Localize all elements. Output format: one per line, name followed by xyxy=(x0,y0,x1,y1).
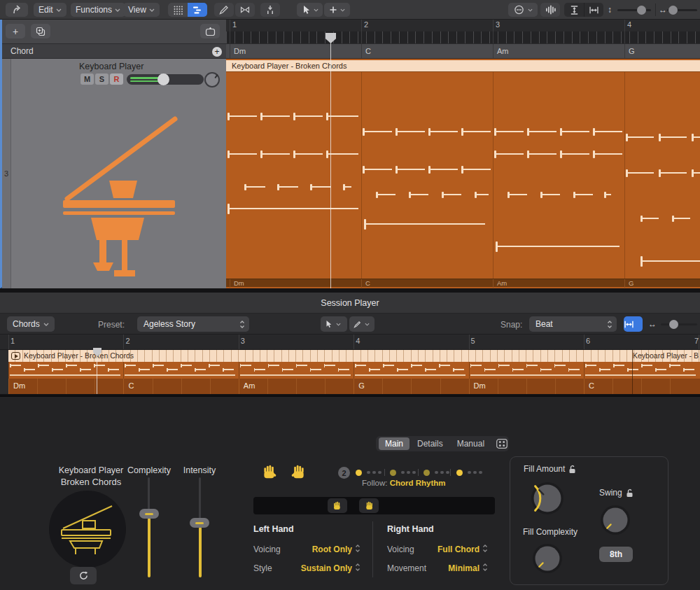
lock-open-icon[interactable] xyxy=(568,465,576,474)
tab-details[interactable]: Details xyxy=(411,437,449,450)
piano-roll-ruler[interactable]: 1234 xyxy=(226,20,700,43)
midi-note[interactable] xyxy=(692,134,700,141)
lh-style-value[interactable]: Sustain Only xyxy=(272,563,352,573)
lock-open-icon[interactable] xyxy=(626,489,634,498)
pencil-tool-button[interactable] xyxy=(214,3,234,17)
add-chord-button[interactable]: + xyxy=(212,47,222,57)
vertical-auto-zoom-button[interactable] xyxy=(564,3,584,17)
back-button[interactable] xyxy=(6,3,28,17)
piano-roll-canvas[interactable]: Keyboard Player - Broken Chords DmCAmG xyxy=(226,59,700,288)
left-hand-icon[interactable] xyxy=(262,464,278,481)
midi-note[interactable] xyxy=(260,150,290,158)
midi-note[interactable] xyxy=(396,128,425,136)
midi-note[interactable] xyxy=(659,134,687,141)
track-number-strip[interactable]: 3 xyxy=(2,59,11,288)
midi-note[interactable] xyxy=(672,216,690,222)
midi-note[interactable] xyxy=(364,219,485,230)
grid-view-button[interactable] xyxy=(168,3,188,17)
midi-note[interactable] xyxy=(494,128,524,136)
session-region-notes[interactable] xyxy=(8,362,700,379)
midi-note[interactable] xyxy=(593,150,622,158)
catch-playhead-button[interactable] xyxy=(624,316,643,332)
left-click-tool-menu[interactable] xyxy=(297,3,323,17)
session-zoom-slider[interactable] xyxy=(661,323,697,325)
up-down-chevrons-icon[interactable] xyxy=(355,544,360,553)
midi-note[interactable] xyxy=(626,169,654,177)
midi-note[interactable] xyxy=(659,169,687,177)
command-click-tool-menu[interactable] xyxy=(324,3,350,17)
chord-cell[interactable]: C xyxy=(361,44,493,59)
solo-button[interactable]: S xyxy=(95,73,108,85)
midi-note[interactable] xyxy=(260,113,290,120)
midi-note[interactable] xyxy=(310,184,331,190)
midi-note[interactable] xyxy=(376,192,396,198)
rh-movement-value[interactable]: Minimal xyxy=(399,563,479,573)
volume-slider[interactable] xyxy=(127,74,204,85)
chord-track-lane[interactable]: DmCAmG xyxy=(226,43,700,59)
swing-rate-button[interactable]: 8th xyxy=(599,547,633,562)
menu-functions[interactable]: Functions xyxy=(71,3,125,17)
midi-note[interactable] xyxy=(692,169,700,177)
session-zoom-handle[interactable] xyxy=(669,320,678,329)
complexity-slider-handle[interactable] xyxy=(139,509,159,519)
midi-note[interactable] xyxy=(363,166,392,174)
mute-button[interactable]: M xyxy=(80,73,94,85)
midi-note[interactable] xyxy=(496,241,620,252)
midi-note[interactable] xyxy=(396,166,425,174)
tab-main[interactable]: Main xyxy=(379,437,410,450)
midi-note[interactable] xyxy=(593,128,622,136)
lh-voicing-value[interactable]: Root Only xyxy=(272,545,352,554)
right-hand-icon[interactable] xyxy=(290,464,306,481)
midi-note[interactable] xyxy=(560,128,589,136)
record-enable-button[interactable]: R xyxy=(110,73,123,85)
horizontal-zoom-slider-handle[interactable] xyxy=(668,6,678,15)
fill-complexity-knob[interactable] xyxy=(529,540,566,577)
swing-knob[interactable] xyxy=(597,502,634,538)
beat-count-badge[interactable]: 2 xyxy=(338,467,350,479)
midi-note[interactable] xyxy=(475,192,489,198)
midi-note[interactable] xyxy=(227,150,257,158)
midi-note[interactable] xyxy=(461,128,491,136)
chords-menu-button[interactable]: Chords xyxy=(7,316,55,332)
midi-note[interactable] xyxy=(363,128,392,136)
follow-row[interactable]: Follow: Chord Rhythm xyxy=(362,479,446,487)
midi-note[interactable] xyxy=(640,216,659,222)
track-header[interactable]: Keyboard Player M S R xyxy=(11,59,226,288)
fill-amount-knob[interactable] xyxy=(527,478,568,519)
pan-knob[interactable] xyxy=(204,72,220,87)
region-header[interactable]: Keyboard Player - Broken Chords xyxy=(226,60,700,72)
right-hand-range-button[interactable] xyxy=(359,498,379,513)
chord-cell[interactable]: Dm xyxy=(230,44,361,59)
midi-note[interactable] xyxy=(442,192,461,198)
chord-cell[interactable]: G xyxy=(624,44,700,59)
split-tool-button[interactable] xyxy=(260,3,280,17)
midi-note[interactable] xyxy=(507,192,527,198)
menu-view[interactable]: View xyxy=(123,3,160,17)
intensity-slider-handle[interactable] xyxy=(190,518,209,528)
midi-note[interactable] xyxy=(428,128,458,136)
chord-cell[interactable]: Am xyxy=(493,44,624,59)
routing-view-button[interactable] xyxy=(492,437,512,450)
up-down-chevrons-icon[interactable] xyxy=(482,563,488,572)
join-tool-button[interactable] xyxy=(235,3,255,17)
midi-note[interactable] xyxy=(227,204,358,214)
midi-note[interactable] xyxy=(343,184,351,190)
regenerate-button[interactable] xyxy=(70,567,97,584)
session-ruler[interactable]: 1234567 xyxy=(0,335,700,350)
rh-voicing-value[interactable]: Full Chord xyxy=(399,545,479,554)
up-down-chevrons-icon[interactable] xyxy=(355,563,360,572)
midi-note[interactable] xyxy=(626,134,654,141)
midi-note[interactable] xyxy=(461,166,491,174)
midi-note[interactable] xyxy=(640,256,700,267)
midi-note[interactable] xyxy=(428,166,458,174)
volume-handle[interactable] xyxy=(158,73,169,85)
horizontal-auto-zoom-button[interactable] xyxy=(584,3,603,17)
duplicate-track-button[interactable] xyxy=(31,24,50,38)
midi-note[interactable] xyxy=(494,150,524,158)
preset-select[interactable]: Ageless Story xyxy=(137,316,249,332)
midi-note[interactable] xyxy=(244,184,265,190)
add-track-button[interactable]: + xyxy=(6,24,25,38)
midi-note[interactable] xyxy=(293,150,323,158)
waveform-zoom-button[interactable] xyxy=(540,3,560,17)
piano-roll-view-button[interactable] xyxy=(188,3,207,17)
